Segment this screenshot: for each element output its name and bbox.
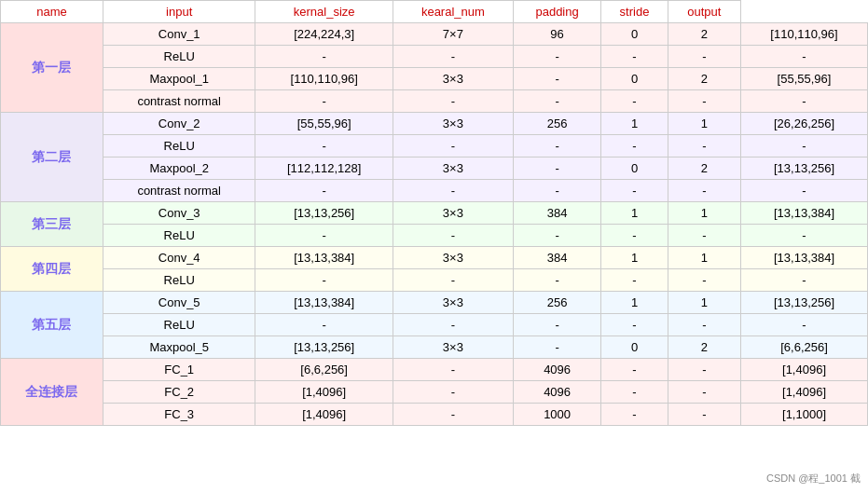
cell-padding: 1 [601,292,668,314]
cell-input: [13,13,384] [255,247,393,269]
cell-kearal_num: - [513,314,600,336]
table-row: 第二层Conv_2[55,55,96]3×325611[26,26,256] [1,113,868,135]
cell-kearal_num: - [513,135,600,157]
cell-stride: - [668,269,740,292]
cell-kernal_size: - [393,381,513,404]
table-row: Maxpool_2[112,112,128]3×3-02[13,13,256] [1,157,868,180]
cell-stride: 2 [668,336,740,359]
table-row: ReLU------ [1,46,868,68]
cell-name: Conv_3 [103,202,255,225]
cell-stride: 1 [668,247,740,269]
cell-kernal_size: - [393,90,513,113]
cell-kearal_num: - [513,46,600,68]
cell-padding: - [601,269,668,292]
cell-input: - [255,46,393,68]
cell-kearal_num: 256 [513,113,600,135]
cell-stride: - [668,225,740,247]
cell-padding: 1 [601,202,668,225]
cell-input: - [255,225,393,247]
cell-name: contrast normal [103,90,255,113]
table-row: ReLU------ [1,269,868,292]
cell-kearal_num: 96 [513,23,600,46]
layer-group-label: 第二层 [1,113,103,202]
layer-group-label: 第三层 [1,202,103,247]
cell-kearal_num: 4096 [513,381,600,404]
table-row: contrast normal------ [1,90,868,113]
cell-padding: - [601,225,668,247]
cell-kernal_size: 3×3 [393,247,513,269]
cell-padding: - [601,46,668,68]
cell-kearal_num: 256 [513,292,600,314]
cell-output: - [741,269,868,292]
cell-padding: - [601,381,668,404]
cell-input: [6,6,256] [255,359,393,381]
cell-kernal_size: - [393,135,513,157]
cell-padding: - [601,135,668,157]
cell-stride: - [668,46,740,68]
cell-kearal_num: - [513,157,600,180]
cell-kernal_size: - [393,359,513,381]
col-header-kearal-num: kearal_num [393,1,513,23]
table-row: FC_2[1,4096]-4096--[1,4096] [1,381,868,404]
cell-stride: - [668,314,740,336]
cell-kernal_size: - [393,225,513,247]
cell-name: Conv_1 [103,23,255,46]
cell-name: ReLU [103,314,255,336]
cell-kearal_num: - [513,336,600,359]
cell-stride: - [668,90,740,113]
cell-padding: 1 [601,113,668,135]
cell-name: Conv_2 [103,113,255,135]
cell-stride: - [668,381,740,404]
table-row: ReLU------ [1,135,868,157]
cell-stride: 1 [668,202,740,225]
cell-stride: - [668,180,740,202]
cell-padding: - [601,180,668,202]
cell-kernal_size: - [393,180,513,202]
cell-kernal_size: 3×3 [393,292,513,314]
cell-kernal_size: 3×3 [393,113,513,135]
cell-input: - [255,180,393,202]
cell-padding: 1 [601,247,668,269]
cell-input: [55,55,96] [255,113,393,135]
cell-padding: 0 [601,157,668,180]
col-header-padding: padding [513,1,600,23]
cell-input: [13,13,256] [255,202,393,225]
cell-output: - [741,225,868,247]
cell-output: [13,13,384] [741,202,868,225]
cell-padding: 0 [601,68,668,90]
cell-padding: 0 [601,336,668,359]
layer-group-label: 第一层 [1,23,103,113]
cell-output: - [741,314,868,336]
cell-padding: - [601,359,668,381]
table-row: 全连接层FC_1[6,6,256]-4096--[1,4096] [1,359,868,381]
cell-name: Maxpool_1 [103,68,255,90]
cell-padding: - [601,404,668,426]
cell-input: - [255,135,393,157]
cell-input: [112,112,128] [255,157,393,180]
cell-kernal_size: 7×7 [393,23,513,46]
cell-output: - [741,90,868,113]
cell-padding: 0 [601,23,668,46]
cell-stride: 1 [668,292,740,314]
layer-group-label: 全连接层 [1,359,103,426]
cell-input: [110,110,96] [255,68,393,90]
cell-stride: 1 [668,113,740,135]
neural-network-table: name input kernal_size kearal_num paddin… [0,0,868,426]
cell-output: - [741,135,868,157]
table-row: Maxpool_1[110,110,96]3×3-02[55,55,96] [1,68,868,90]
cell-output: - [741,46,868,68]
cell-kearal_num: - [513,68,600,90]
cell-input: - [255,269,393,292]
cell-kearal_num: 1000 [513,404,600,426]
cell-output: [26,26,256] [741,113,868,135]
cell-name: contrast normal [103,180,255,202]
cell-input: - [255,90,393,113]
cell-stride: - [668,359,740,381]
table-row: 第一层Conv_1[224,224,3]7×79602[110,110,96] [1,23,868,46]
table-row: 第五层Conv_5[13,13,384]3×325611[13,13,256] [1,292,868,314]
cell-kernal_size: - [393,269,513,292]
table-row: FC_3[1,4096]-1000--[1,1000] [1,404,868,426]
cell-name: Conv_4 [103,247,255,269]
cell-name: ReLU [103,135,255,157]
cell-stride: 2 [668,23,740,46]
